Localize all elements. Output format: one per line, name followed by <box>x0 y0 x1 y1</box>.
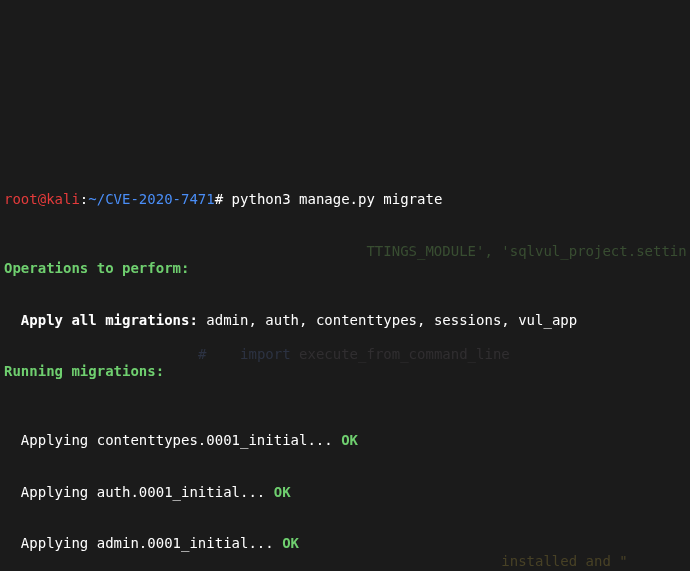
cwd: ~/CVE-2020-7471 <box>88 191 214 207</box>
user-host: root@kali <box>4 191 80 207</box>
terminal[interactable]: TTINGS_MODULE', 'sqlvul_project.settin #… <box>0 0 690 571</box>
command-1: python3 manage.py migrate <box>232 191 443 207</box>
migration-line: Applying admin.0001_initial... OK <box>4 535 686 552</box>
ops-header: Operations to perform: <box>4 260 686 277</box>
prompt-line-1: root@kali:~/CVE-2020-7471# python3 manag… <box>4 191 686 208</box>
migration-line: Applying auth.0001_initial... OK <box>4 484 686 501</box>
migration-line: Applying contenttypes.0001_initial... OK <box>4 432 686 449</box>
apply-all-line: Apply all migrations: admin, auth, conte… <box>4 312 686 329</box>
running-header: Running migrations: <box>4 363 686 380</box>
